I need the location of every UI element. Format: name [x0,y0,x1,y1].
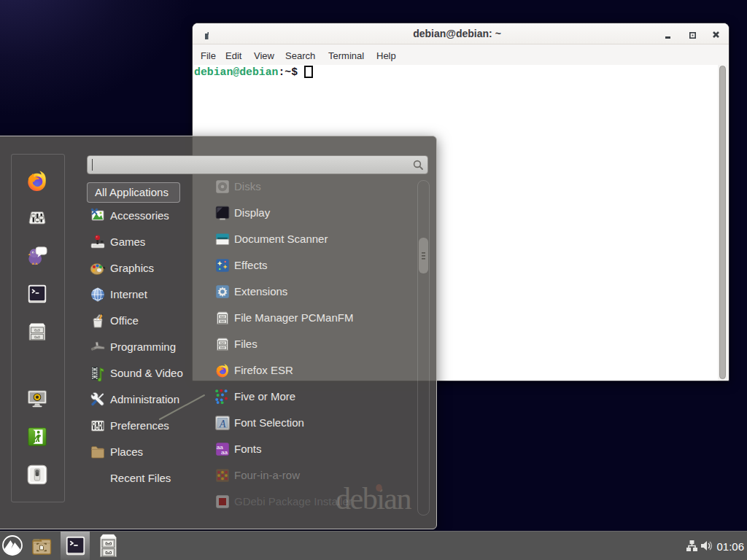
svg-text:aa: aa [221,449,228,456]
svg-text:A: A [219,419,226,429]
